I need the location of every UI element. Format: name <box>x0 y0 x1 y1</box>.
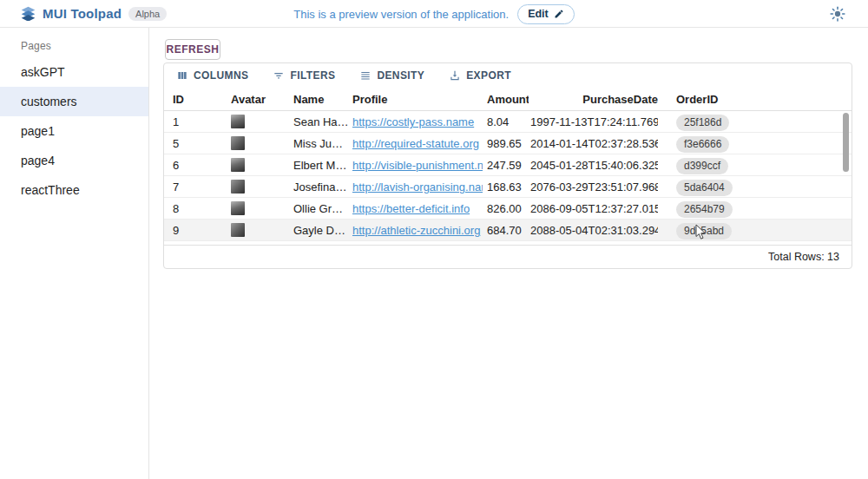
profile-link[interactable]: http://required-statute.org <box>352 137 479 150</box>
cell-profile: http://lavish-organising.name <box>352 176 483 198</box>
cell-profile: http://required-statute.org <box>352 133 483 154</box>
density-button-label: DENSITY <box>377 69 424 82</box>
columns-button-label: COLUMNS <box>194 69 248 82</box>
cell-name: Josefina P… <box>293 176 349 198</box>
sidebar-item-page4[interactable]: page4 <box>0 146 148 175</box>
cell-purchasedate: 2045-01-28T15:40:06.325Z <box>530 154 658 176</box>
toolpad-logo-icon <box>21 6 36 21</box>
cell-amount: 8.04 <box>487 111 529 133</box>
cell-profile: https://costly-pass.name <box>352 111 483 133</box>
sidebar-item-askgpt[interactable]: askGPT <box>0 57 148 87</box>
sidebar-item-reactthree[interactable]: reactThree <box>0 175 148 205</box>
table-row[interactable]: 5 Miss Juan … http://required-statute.or… <box>164 133 852 154</box>
cell-id: 5 <box>173 133 225 154</box>
alpha-version-badge: Alpha <box>128 7 167 21</box>
vertical-scrollbar[interactable] <box>843 112 849 240</box>
cell-orderid: d399ccf <box>676 154 798 176</box>
table-row[interactable]: 1 Sean Harris https://costly-pass.name 8… <box>164 111 852 133</box>
avatar <box>231 136 245 150</box>
profile-link[interactable]: https://costly-pass.name <box>352 115 474 128</box>
sidebar-item-customers[interactable]: customers <box>0 87 148 116</box>
cell-orderid: f3e6666 <box>676 133 798 154</box>
grid-footer: Total Rows: 13 <box>164 245 852 268</box>
order-id-chip[interactable]: f3e6666 <box>676 136 729 153</box>
app-bar: MUI Toolpad Alpha This is a preview vers… <box>0 0 868 28</box>
cell-amount: 684.70 <box>487 220 529 241</box>
order-id-chip[interactable]: d399ccf <box>676 158 728 174</box>
edit-button[interactable]: Edit <box>517 4 575 24</box>
table-row[interactable]: 9 Gayle Den… http://athletic-zucchini.or… <box>164 220 852 241</box>
column-header-orderid[interactable]: OrderID <box>676 88 798 111</box>
profile-link[interactable]: http://visible-punishment.net <box>352 159 483 172</box>
export-button[interactable]: EXPORT <box>445 68 515 83</box>
sidebar-section-label: Pages <box>0 28 148 57</box>
cell-purchasedate: 2086-09-05T12:37:27.015Z <box>530 198 658 220</box>
column-header-amount[interactable]: Amount <box>487 88 529 111</box>
cell-purchasedate: 2014-01-14T02:37:28.536Z <box>530 133 658 154</box>
profile-link[interactable]: http://athletic-zucchini.org <box>352 224 480 237</box>
profile-link[interactable]: https://better-deficit.info <box>352 202 470 215</box>
edit-button-label: Edit <box>528 8 549 20</box>
column-header-avatar[interactable]: Avatar <box>231 88 288 111</box>
profile-link[interactable]: http://lavish-organising.name <box>352 180 483 194</box>
cell-id: 7 <box>173 176 225 198</box>
order-id-chip[interactable]: 5da6404 <box>676 180 733 196</box>
order-id-chip[interactable]: 2654b79 <box>676 201 733 218</box>
brand-home-link[interactable]: MUI Toolpad <box>0 6 122 21</box>
cell-profile: https://better-deficit.info <box>352 198 483 220</box>
cell-avatar <box>231 133 288 150</box>
cell-profile: http://athletic-zucchini.org <box>352 220 483 241</box>
column-header-purchasedate[interactable]: PurchaseDate <box>530 88 658 111</box>
cell-amount: 168.63 <box>487 176 529 198</box>
cell-avatar <box>231 220 288 237</box>
view-columns-icon <box>176 69 188 82</box>
grid-header-row: ID Avatar Name Profile Amount PurchaseDa… <box>164 88 852 111</box>
sidebar: Pages askGPT customers page1 page4 react… <box>0 28 149 479</box>
cell-purchasedate: 1997-11-13T17:24:11.769Z <box>530 111 658 133</box>
avatar <box>231 115 245 128</box>
cell-orderid: 5da6404 <box>676 176 798 198</box>
cell-amount: 989.65 <box>487 133 529 154</box>
cell-avatar <box>231 176 288 194</box>
cell-profile: http://visible-punishment.net <box>352 154 483 176</box>
grid-toolbar: COLUMNS FILTERS DENSITY EXPORT <box>164 63 852 88</box>
table-row[interactable]: 7 Josefina P… http://lavish-organising.n… <box>164 176 852 198</box>
table-row[interactable]: 8 Ollie Green… https://better-deficit.in… <box>164 198 852 220</box>
filters-button-label: FILTERS <box>290 69 335 82</box>
column-header-name[interactable]: Name <box>293 88 349 111</box>
table-row[interactable]: 6 Elbert McL… http://visible-punishment.… <box>164 154 852 176</box>
cell-id: 9 <box>173 220 225 241</box>
cell-orderid: 2654b79 <box>676 198 798 220</box>
cell-orderid: 9dc5abd <box>676 220 798 241</box>
preview-notice: This is a preview version of the applica… <box>293 8 509 21</box>
scrollbar-thumb[interactable] <box>843 113 849 172</box>
pencil-icon <box>554 9 564 19</box>
cell-avatar <box>231 198 288 215</box>
sidebar-item-page1[interactable]: page1 <box>0 116 148 146</box>
column-header-id[interactable]: ID <box>173 88 225 111</box>
cell-name: Elbert McL… <box>293 154 349 176</box>
cell-name: Miss Juan … <box>293 133 349 154</box>
column-header-profile[interactable]: Profile <box>352 88 483 111</box>
light-mode-toggle-icon[interactable] <box>830 6 845 22</box>
cell-orderid: 25f186d <box>676 111 798 133</box>
filters-button[interactable]: FILTERS <box>269 68 339 83</box>
columns-button[interactable]: COLUMNS <box>173 68 252 83</box>
cell-id: 1 <box>173 111 225 133</box>
cell-avatar <box>231 154 288 172</box>
main-content: REFRESH COLUMNS FILTERS DENSITY <box>149 28 868 479</box>
cell-name: Sean Harris <box>293 111 349 133</box>
density-lines-icon <box>359 69 372 82</box>
refresh-button[interactable]: REFRESH <box>165 39 220 60</box>
cell-name: Gayle Den… <box>293 220 349 241</box>
filter-list-icon <box>273 69 285 82</box>
density-button[interactable]: DENSITY <box>356 68 428 83</box>
cell-id: 6 <box>173 154 225 176</box>
cell-purchasedate: 2088-05-04T02:31:03.294Z <box>530 220 658 241</box>
cell-amount: 826.00 <box>487 198 529 220</box>
cell-amount: 247.59 <box>487 154 529 176</box>
cell-purchasedate: 2076-03-29T23:51:07.968Z <box>530 176 658 198</box>
order-id-chip[interactable]: 25f186d <box>676 115 729 131</box>
cell-id: 8 <box>173 198 225 220</box>
avatar <box>231 158 245 172</box>
